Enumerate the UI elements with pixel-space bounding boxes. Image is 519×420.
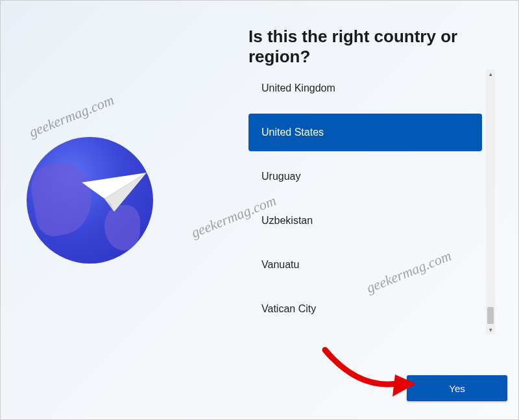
region-globe-illustration	[27, 137, 153, 264]
country-label: Uzbekistan	[261, 215, 313, 227]
scroll-up-icon[interactable]: ▴	[486, 69, 495, 79]
country-list-container: United KingdomUnited StatesUruguayUzbeki…	[248, 69, 495, 334]
page-title: Is this the right country or region?	[248, 27, 518, 67]
country-item[interactable]: Uruguay	[248, 158, 482, 195]
country-label: United States	[261, 127, 324, 138]
country-label: Vanuatu	[261, 259, 299, 271]
scrollbar-thumb[interactable]	[487, 307, 494, 324]
country-item[interactable]: Uzbekistan	[248, 202, 482, 240]
globe-icon	[27, 137, 153, 264]
country-item[interactable]: United Kingdom	[248, 69, 482, 107]
country-label: United Kingdom	[261, 82, 335, 94]
country-item[interactable]: Vatican City	[248, 290, 482, 328]
scroll-down-icon[interactable]: ▾	[486, 325, 495, 334]
country-item[interactable]: United States	[248, 114, 482, 151]
watermark: geekermag.com	[27, 92, 116, 141]
country-label: Vatican City	[261, 303, 316, 315]
country-item[interactable]: Vanuatu	[248, 246, 482, 284]
yes-button[interactable]: Yes	[407, 375, 507, 401]
country-label: Uruguay	[261, 171, 300, 182]
country-list[interactable]: United KingdomUnited StatesUruguayUzbeki…	[248, 69, 486, 334]
scrollbar[interactable]: ▴ ▾	[486, 69, 495, 334]
